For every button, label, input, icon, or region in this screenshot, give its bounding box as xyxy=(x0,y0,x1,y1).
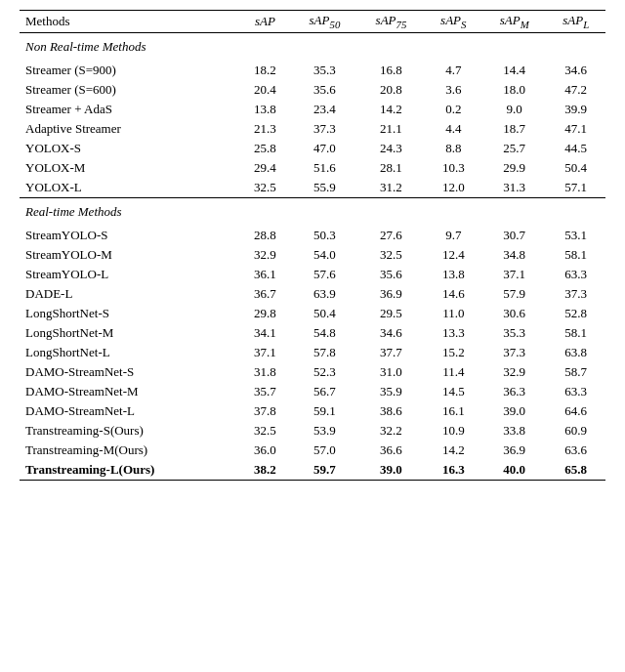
cell-value: 57.8 xyxy=(291,343,357,362)
saps-col-header: sAPS xyxy=(424,11,482,33)
method-name: Streamer (S=900) xyxy=(20,61,238,80)
method-name: LongShortNet-S xyxy=(20,304,238,323)
table-row: YOLOX-M 29.4 51.6 28.1 10.3 29.9 50.4 xyxy=(20,158,605,178)
cell-value: 31.8 xyxy=(238,362,291,382)
cell-value: 57.0 xyxy=(291,441,357,460)
table-row: StreamYOLO-M 32.9 54.0 32.5 12.4 34.8 58… xyxy=(20,245,605,265)
method-name: DAMO-StreamNet-L xyxy=(20,401,238,421)
cell-value: 31.0 xyxy=(357,362,424,382)
cell-value: 13.8 xyxy=(238,100,291,119)
cell-value: 51.6 xyxy=(291,158,357,178)
cell-value: 56.7 xyxy=(291,382,357,401)
sap75-col-header: sAP75 xyxy=(357,11,424,33)
cell-value: 18.7 xyxy=(482,119,546,139)
cell-value: 39.0 xyxy=(482,401,546,421)
cell-value: 59.1 xyxy=(291,401,357,421)
method-name: LongShortNet-M xyxy=(20,323,238,343)
cell-value: 35.6 xyxy=(291,80,357,100)
cell-value: 29.8 xyxy=(238,304,291,323)
cell-value: 31.3 xyxy=(482,178,546,198)
cell-value: 11.4 xyxy=(424,362,482,382)
cell-value: 18.2 xyxy=(238,61,291,80)
table-header-row: Methods sAP sAP50 sAP75 sAPS sAPM sAPL xyxy=(20,11,605,33)
cell-value: 32.5 xyxy=(357,245,424,265)
cell-value: 14.6 xyxy=(424,284,482,304)
cell-value: 35.3 xyxy=(482,323,546,343)
cell-value: 63.3 xyxy=(546,265,605,284)
cell-value: 34.1 xyxy=(238,323,291,343)
cell-value: 40.0 xyxy=(482,460,546,481)
cell-value: 21.3 xyxy=(238,119,291,139)
cell-value: 16.3 xyxy=(424,460,482,481)
cell-value: 64.6 xyxy=(546,401,605,421)
cell-value: 53.9 xyxy=(291,421,357,441)
cell-value: 37.1 xyxy=(238,343,291,362)
cell-value: 27.6 xyxy=(357,226,424,245)
cell-value: 60.9 xyxy=(546,421,605,441)
table-row: YOLOX-S 25.8 47.0 24.3 8.8 25.7 44.5 xyxy=(20,139,605,158)
cell-value: 44.5 xyxy=(546,139,605,158)
cell-value: 54.8 xyxy=(291,323,357,343)
cell-value: 21.1 xyxy=(357,119,424,139)
cell-value: 50.3 xyxy=(291,226,357,245)
cell-value: 13.3 xyxy=(424,323,482,343)
cell-value: 10.3 xyxy=(424,158,482,178)
cell-value: 25.7 xyxy=(482,139,546,158)
cell-value: 4.4 xyxy=(424,119,482,139)
cell-value: 32.2 xyxy=(357,421,424,441)
cell-value: 52.3 xyxy=(291,362,357,382)
table-row: Adaptive Streamer 21.3 37.3 21.1 4.4 18.… xyxy=(20,119,605,139)
cell-value: 34.6 xyxy=(357,323,424,343)
cell-value: 0.2 xyxy=(424,100,482,119)
cell-value: 23.4 xyxy=(291,100,357,119)
cell-value: 18.0 xyxy=(482,80,546,100)
cell-value: 11.0 xyxy=(424,304,482,323)
cell-value: 36.6 xyxy=(357,441,424,460)
table-row-bold: Transtreaming-L(Ours) 38.2 59.7 39.0 16.… xyxy=(20,460,605,481)
section1-header-row: Non Real-time Methods xyxy=(20,32,605,57)
cell-value: 35.6 xyxy=(357,265,424,284)
cell-value: 3.6 xyxy=(424,80,482,100)
cell-value: 47.0 xyxy=(291,139,357,158)
sapl-col-header: sAPL xyxy=(546,11,605,33)
cell-value: 35.3 xyxy=(291,61,357,80)
table-row: YOLOX-L 32.5 55.9 31.2 12.0 31.3 57.1 xyxy=(20,178,605,198)
sapm-col-header: sAPM xyxy=(482,11,546,33)
cell-value: 14.2 xyxy=(357,100,424,119)
cell-value: 9.7 xyxy=(424,226,482,245)
method-name: Streamer (S=600) xyxy=(20,80,238,100)
table-row: Transtreaming-S(Ours) 32.5 53.9 32.2 10.… xyxy=(20,421,605,441)
cell-value: 32.5 xyxy=(238,421,291,441)
section2-header-row: Real-time Methods xyxy=(20,197,605,222)
cell-value: 59.7 xyxy=(291,460,357,481)
cell-value: 63.9 xyxy=(291,284,357,304)
method-name: StreamYOLO-L xyxy=(20,265,238,284)
cell-value: 33.8 xyxy=(482,421,546,441)
method-name: Transtreaming-L(Ours) xyxy=(20,460,238,481)
cell-value: 29.4 xyxy=(238,158,291,178)
cell-value: 35.7 xyxy=(238,382,291,401)
cell-value: 37.8 xyxy=(238,401,291,421)
method-name: Streamer + AdaS xyxy=(20,100,238,119)
method-name: Transtreaming-M(Ours) xyxy=(20,441,238,460)
cell-value: 36.9 xyxy=(482,441,546,460)
sap50-col-header: sAP50 xyxy=(291,11,357,33)
cell-value: 57.1 xyxy=(546,178,605,198)
table-row: LongShortNet-M 34.1 54.8 34.6 13.3 35.3 … xyxy=(20,323,605,343)
method-name: LongShortNet-L xyxy=(20,343,238,362)
cell-value: 36.3 xyxy=(482,382,546,401)
cell-value: 30.6 xyxy=(482,304,546,323)
table-row: DAMO-StreamNet-L 37.8 59.1 38.6 16.1 39.… xyxy=(20,401,605,421)
table-row: Transtreaming-M(Ours) 36.0 57.0 36.6 14.… xyxy=(20,441,605,460)
cell-value: 47.1 xyxy=(546,119,605,139)
cell-value: 28.8 xyxy=(238,226,291,245)
results-table: Methods sAP sAP50 sAP75 sAPS sAPM sAPL N… xyxy=(20,10,605,481)
cell-value: 39.9 xyxy=(546,100,605,119)
cell-value: 37.3 xyxy=(546,284,605,304)
cell-value: 4.7 xyxy=(424,61,482,80)
cell-value: 32.5 xyxy=(238,178,291,198)
table-row: LongShortNet-S 29.8 50.4 29.5 11.0 30.6 … xyxy=(20,304,605,323)
cell-value: 37.3 xyxy=(291,119,357,139)
table-row: DADE-L 36.7 63.9 36.9 14.6 57.9 37.3 xyxy=(20,284,605,304)
cell-value: 47.2 xyxy=(546,80,605,100)
